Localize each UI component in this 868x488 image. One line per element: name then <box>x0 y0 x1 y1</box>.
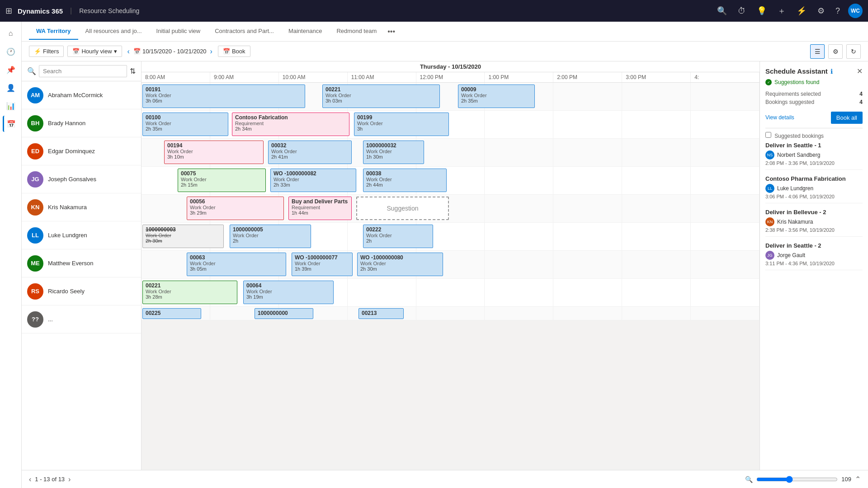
work-order-block[interactable]: 00194 Work Order 3h 10m <box>164 141 264 164</box>
resource-item[interactable]: KN Kris Nakamura <box>22 193 141 221</box>
sa-close-button[interactable]: ✕ <box>857 67 863 75</box>
user-avatar[interactable]: WC <box>848 4 863 18</box>
resource-item[interactable]: AM Abraham McCormick <box>22 81 141 109</box>
sa-booking-item: Deliver in Seattle - 1 NS Norbert Sandbe… <box>765 142 863 170</box>
sa-book-all-button[interactable]: Book all <box>831 112 863 124</box>
work-order-block[interactable]: 1000000003 Work Order 2h 30m <box>142 225 224 248</box>
recent-icon[interactable]: ⏱ <box>738 6 746 16</box>
resource-name: ... <box>48 316 53 323</box>
next-page-button[interactable]: › <box>68 475 71 483</box>
settings-button[interactable]: ⚙ <box>828 44 843 59</box>
tab-wa-territory[interactable]: WA Territory <box>29 23 78 40</box>
work-order-block[interactable]: 00213 <box>359 308 404 319</box>
sidebar-pinned-icon[interactable]: 📌 <box>3 61 19 78</box>
suggestion-block[interactable]: Suggestion <box>356 197 449 220</box>
sidebar-home-icon[interactable]: ⌂ <box>3 25 19 42</box>
module-title: Resource Scheduling <box>79 7 139 14</box>
hour-cell: 9:00 AM <box>210 72 279 82</box>
work-order-block[interactable]: 00199 Work Order 3h <box>354 113 449 136</box>
resource-item[interactable]: RS Ricardo Seely <box>22 277 141 305</box>
tab-more-icon[interactable]: ••• <box>384 23 399 40</box>
sort-icon[interactable]: ⇅ <box>130 67 136 75</box>
work-order-block[interactable]: Buy and Deliver Parts Requirement 1h 44m <box>288 197 352 220</box>
hour-cell: 4: <box>691 72 760 82</box>
tab-redmond-team[interactable]: Redmond team <box>329 23 384 40</box>
timeline-area: Thursday - 10/15/2020 8:00 AM 9:00 AM 10… <box>142 61 760 470</box>
add-icon[interactable]: ＋ <box>778 5 786 16</box>
work-order-block[interactable]: WO -1000000077 Work Order 1h 39m <box>292 253 353 276</box>
sa-avatar: JG <box>765 251 774 260</box>
tab-initial-public[interactable]: Initial public view <box>149 23 208 40</box>
resource-item[interactable]: JG Joseph Gonsalves <box>22 165 141 193</box>
expand-button[interactable]: ⌃ <box>855 475 861 483</box>
timeline-body: 00191 Work Order 3h 06m 00221 Work Order… <box>142 83 760 470</box>
sidebar-contacts-icon[interactable]: 👤 <box>3 80 19 96</box>
search-input[interactable] <box>39 65 127 77</box>
work-order-block[interactable]: 00056 Work Order 3h 29m <box>187 197 284 220</box>
prev-page-button[interactable]: ‹ <box>29 475 31 483</box>
resource-item[interactable]: ME Matthew Everson <box>22 249 141 277</box>
avatar: ED <box>27 143 43 160</box>
sidebar-reports-icon[interactable]: 📊 <box>3 98 19 114</box>
next-date-button[interactable]: › <box>208 47 214 56</box>
avatar: KN <box>27 199 43 216</box>
prev-date-button[interactable]: ‹ <box>126 47 132 56</box>
work-order-block[interactable]: 1000000005 Work Order 2h <box>230 225 311 248</box>
sa-avatar: KN <box>765 217 774 226</box>
work-order-block[interactable]: 00063 Work Order 3h 05m <box>187 253 286 276</box>
timeline-row: 00191 Work Order 3h 06m 00221 Work Order… <box>142 83 760 111</box>
filters-button[interactable]: ⚡ Filters <box>29 46 64 57</box>
work-order-block[interactable]: 00191 Work Order 3h 06m <box>142 84 305 108</box>
zoom-slider[interactable] <box>756 476 838 483</box>
work-order-block[interactable]: WO -1000000080 Work Order 2h 30m <box>357 253 443 276</box>
book-icon: 📅 <box>223 48 230 55</box>
date-range-button[interactable]: 📅 10/15/2020 - 10/21/2020 <box>133 48 207 55</box>
work-order-block[interactable]: 00038 Work Order 2h 44m <box>363 169 447 192</box>
timeline-row: 00221 Work Order 3h 28m 00064 Work Order… <box>142 279 760 307</box>
sa-checkbox[interactable] <box>765 132 771 138</box>
work-order-block[interactable]: 1000000032 Work Order 1h 30m <box>363 141 424 164</box>
hourly-view-button[interactable]: 📅 Hourly view ▾ <box>67 46 122 57</box>
work-order-block[interactable]: 1000000000 <box>255 308 313 319</box>
tab-maintenance[interactable]: Maintenance <box>281 23 329 40</box>
work-order-block[interactable]: 00032 Work Order 2h 41m <box>268 141 352 164</box>
work-order-block[interactable]: 00100 Work Order 2h 35m <box>142 113 228 136</box>
page-navigation: ‹ 1 - 13 of 13 › <box>29 475 71 483</box>
work-order-block[interactable]: 00221 Work Order 3h 03m <box>322 84 440 108</box>
tab-contractors[interactable]: Contractors and Part... <box>208 23 281 40</box>
sa-info-icon[interactable]: ℹ <box>830 68 833 75</box>
work-order-block[interactable]: 00009 Work Order 2h 35m <box>458 84 535 108</box>
zoom-value: 109 <box>841 476 851 483</box>
filter-icon[interactable]: ⚡ <box>797 6 807 16</box>
sidebar-recent-icon[interactable]: 🕐 <box>3 43 19 60</box>
timeline-row: 00056 Work Order 3h 29m Buy and Deliver … <box>142 195 760 223</box>
work-order-block[interactable]: 00225 <box>142 308 201 319</box>
work-order-block[interactable]: WO -1000000082 Work Order 2h 33m <box>270 169 356 192</box>
date-navigation: ‹ 📅 10/15/2020 - 10/21/2020 › <box>126 47 214 56</box>
avatar: BH <box>27 115 43 131</box>
filter-icon: ⚡ <box>34 48 41 55</box>
help-icon[interactable]: ? <box>835 6 840 16</box>
work-order-block[interactable]: 00075 Work Order 2h 15m <box>178 169 266 192</box>
resource-item[interactable]: ?? ... <box>22 305 141 333</box>
tabs-bar: WA Territory All resources and jo... Ini… <box>22 22 868 42</box>
refresh-button[interactable]: ↻ <box>846 44 861 59</box>
sa-status: ✓ Suggestions found <box>765 79 863 85</box>
lightbulb-icon[interactable]: 💡 <box>757 6 767 16</box>
sa-view-details-link[interactable]: View details <box>765 114 794 121</box>
work-order-block[interactable]: 00221 Work Order 3h 28m <box>142 281 237 304</box>
work-order-block[interactable]: 00064 Work Order 3h 19m <box>243 281 334 304</box>
tab-all-resources[interactable]: All resources and jo... <box>78 23 149 40</box>
sidebar-calendar-icon[interactable]: 📅 <box>3 116 19 132</box>
resource-item[interactable]: LL Luke Lundgren <box>22 221 141 249</box>
resource-item[interactable]: BH Brady Hannon <box>22 109 141 137</box>
apps-grid-icon[interactable]: ⊞ <box>5 6 12 16</box>
list-view-button[interactable]: ☰ <box>810 44 825 59</box>
resource-item[interactable]: ED Edgar Dominquez <box>22 137 141 165</box>
search-icon[interactable]: 🔍 <box>717 6 727 16</box>
work-order-block[interactable]: 00222 Work Order 2h <box>363 225 433 248</box>
book-button[interactable]: 📅 Book <box>218 46 250 57</box>
work-order-block[interactable]: Contoso Fabrication Requirement 2h 34m <box>232 113 349 136</box>
resource-name: Kris Nakamura <box>48 204 87 211</box>
settings-icon[interactable]: ⚙ <box>817 6 825 16</box>
